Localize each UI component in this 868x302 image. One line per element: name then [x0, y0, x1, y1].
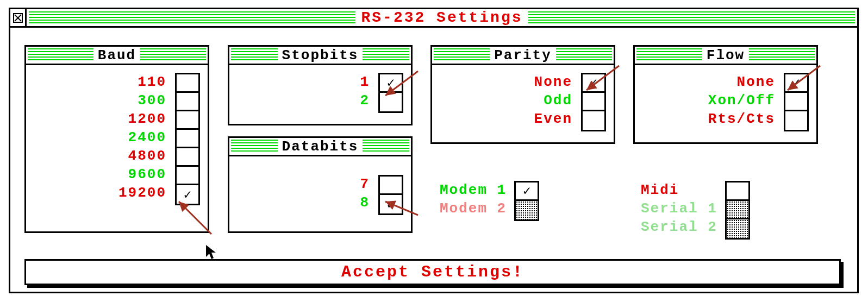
port-group: Midi Serial 1 Serial 2	[641, 181, 750, 240]
stopbits-check-1[interactable]	[380, 74, 402, 93]
modem-option: Modem 1	[440, 181, 507, 199]
accept-button[interactable]: Accept Settings!	[24, 259, 841, 285]
flow-panel: Flow None Xon/Off Rts/Cts	[633, 45, 818, 144]
databits-option: 7	[360, 175, 370, 193]
stopbits-check-2[interactable]	[380, 93, 402, 111]
parity-check-none[interactable]	[583, 74, 604, 93]
baud-option: 300	[138, 91, 166, 110]
baud-panel: Baud 110 300 1200 2400 4800 9600 19200	[24, 45, 209, 233]
parity-title: Parity	[490, 47, 556, 64]
baud-title: Baud	[93, 47, 140, 64]
modem-group: Modem 1 Modem 2	[440, 181, 539, 221]
baud-option: 4800	[128, 147, 166, 165]
flow-option: Rts/Cts	[708, 110, 775, 128]
port-check-midi[interactable]	[727, 183, 748, 201]
baud-check-1200[interactable]	[177, 111, 198, 130]
flow-title: Flow	[702, 47, 749, 64]
baud-option: 110	[138, 73, 166, 91]
port-check-serial1	[727, 201, 748, 219]
close-icon	[13, 13, 23, 23]
flow-check-xonoff[interactable]	[785, 93, 807, 111]
settings-window: RS-232 Settings Baud 110 300 1200 2400 4…	[9, 8, 859, 293]
baud-check-4800[interactable]	[177, 148, 198, 167]
databits-panel: Databits 7 8	[228, 136, 413, 233]
port-option: Serial 2	[641, 218, 717, 236]
flow-check-none[interactable]	[785, 74, 807, 93]
baud-check-110[interactable]	[177, 74, 198, 93]
baud-check-9600[interactable]	[177, 167, 198, 185]
cursor-icon	[205, 244, 217, 260]
stopbits-panel: Stopbits 1 2	[228, 45, 413, 125]
modem-option: Modem 2	[440, 199, 507, 218]
baud-labels: 110 300 1200 2400 4800 9600 19200	[118, 73, 166, 205]
databits-title: Databits	[278, 139, 363, 155]
baud-option: 2400	[128, 128, 166, 147]
baud-option: 19200	[118, 184, 166, 202]
flow-check-rtscts[interactable]	[785, 111, 807, 130]
parity-option: Even	[534, 110, 572, 128]
baud-option: 9600	[128, 165, 166, 184]
stopbits-title: Stopbits	[278, 47, 363, 64]
titlebar: RS-232 Settings	[10, 9, 857, 28]
parity-check-even[interactable]	[583, 111, 604, 130]
baud-check-19200[interactable]	[177, 185, 198, 204]
baud-checkboxes	[175, 73, 200, 205]
port-check-serial2	[727, 219, 748, 238]
baud-check-2400[interactable]	[177, 130, 198, 148]
flow-option: Xon/Off	[708, 91, 775, 110]
content-area: Baud 110 300 1200 2400 4800 9600 19200	[10, 28, 857, 292]
window-title: RS-232 Settings	[355, 9, 528, 26]
port-option: Midi	[641, 181, 679, 199]
databits-option: 8	[360, 193, 370, 212]
stopbits-option: 1	[360, 73, 370, 91]
baud-check-300[interactable]	[177, 93, 198, 111]
databits-check-8[interactable]	[380, 195, 402, 213]
stopbits-option: 2	[360, 91, 370, 110]
modem-check-1[interactable]	[516, 183, 538, 201]
parity-option: None	[534, 73, 572, 91]
parity-check-odd[interactable]	[583, 93, 604, 111]
databits-check-7[interactable]	[380, 177, 402, 195]
parity-panel: Parity None Odd Even	[430, 45, 615, 144]
baud-option: 1200	[128, 110, 166, 128]
port-option: Serial 1	[641, 199, 717, 218]
modem-check-2	[516, 201, 538, 219]
flow-option: None	[737, 73, 775, 91]
close-button[interactable]	[10, 9, 27, 26]
parity-option: Odd	[544, 91, 572, 110]
